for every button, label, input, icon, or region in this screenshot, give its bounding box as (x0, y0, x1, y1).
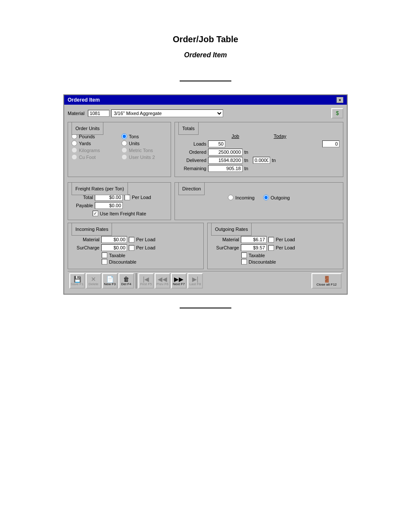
delete-button[interactable]: ✕ Delete (86, 273, 101, 289)
toolbar-sep-1 (136, 273, 137, 289)
save-label: Save F1 (71, 283, 84, 286)
totals-remaining-row: Remaining tn (178, 165, 339, 172)
top-separator (180, 81, 231, 81)
use-item-row: Use Item Freight Rate (72, 211, 167, 216)
direction-incoming-radio[interactable] (228, 195, 234, 200)
totals-header: Job Today (178, 134, 339, 139)
new-button[interactable]: 📄 New F3 (102, 273, 118, 289)
incoming-material-label: Material (72, 237, 100, 242)
incoming-surcharge-row: SurCharge Per Load (72, 244, 200, 251)
incoming-taxable-row: Taxable (102, 252, 200, 258)
use-item-checkbox[interactable] (93, 211, 98, 216)
next-icon: ▶▶ (174, 276, 184, 283)
outgoing-discountable-row: Discountable (241, 259, 339, 264)
order-totals-row: Order Units Pounds Tons (68, 122, 343, 177)
outgoing-surcharge-per-load-checkbox[interactable] (268, 245, 274, 251)
outgoing-surcharge-row: SurCharge Per Load (211, 244, 339, 251)
radio-yards-label: Yards (79, 141, 91, 146)
freight-payable-label: Payable (72, 203, 93, 208)
freight-payable-input[interactable] (95, 202, 123, 209)
radio-metric-tons: Metric Tons (121, 147, 167, 153)
outgoing-legend: Outgoing Rates (211, 223, 252, 236)
material-name-select[interactable]: 3/16'' Mixed Aggregate (111, 109, 223, 117)
radio-tons-input[interactable] (121, 134, 127, 139)
dialog-titlebar: Ordered Item × (64, 95, 347, 105)
page-subtitle: Ordered Item (184, 51, 227, 59)
outgoing-taxable-checkbox[interactable] (241, 252, 247, 258)
radio-cu-foot: Cu Foot (72, 154, 117, 160)
outgoing-material-input[interactable] (241, 236, 267, 243)
radio-units-label: Units (129, 141, 140, 146)
radio-user-units-2-label: User Units 2 (129, 155, 155, 160)
outgoing-material-row: Material Per Load (211, 236, 339, 243)
totals-delivered-unit1: tn (244, 158, 251, 163)
incoming-legend: Incoming Rates (72, 223, 112, 236)
dialog-body: Material 3/16'' Mixed Aggregate $ Order … (64, 105, 347, 294)
freight-direction-row: Freight Rates (per Ton) Total Per Load P… (68, 180, 343, 220)
incoming-surcharge-input[interactable] (101, 244, 127, 251)
incoming-material-row: Material Per Load (72, 236, 200, 243)
totals-loads-job-input[interactable] (208, 140, 225, 147)
incoming-discountable-checkbox[interactable] (102, 259, 107, 264)
last-button[interactable]: ▶| Last F8 (187, 273, 203, 289)
first-icon: |◀ (143, 276, 149, 283)
totals-delivered-label: Delivered (178, 158, 206, 163)
incoming-surcharge-label: SurCharge (72, 245, 100, 250)
incoming-material-per-load-label: Per Load (136, 237, 156, 242)
radio-kilograms: Kilograms (72, 147, 117, 153)
direction-outgoing-label: Outgoing (271, 195, 290, 200)
direction-outgoing: Outgoing (263, 195, 290, 200)
toolbar: 💾 Save F1 ✕ Delete 📄 New F3 🗑 Del F4 (68, 271, 343, 290)
del-label: Del F4 (121, 283, 131, 286)
incoming-material-input[interactable] (101, 236, 127, 243)
use-item-label: Use Item Freight Rate (100, 211, 146, 216)
close-label: Close alt F12 (316, 283, 336, 286)
save-button[interactable]: 💾 Save F1 (69, 273, 85, 289)
save-icon: 💾 (74, 276, 81, 283)
outgoing-material-label: Material (211, 237, 239, 242)
incoming-surcharge-per-load-label: Per Load (136, 245, 156, 250)
incoming-material-per-load-checkbox[interactable] (129, 237, 134, 243)
dialog-close-button[interactable]: × (336, 97, 343, 103)
prev-button[interactable]: ◀◀ Prev F6 (155, 273, 170, 289)
radio-yards-input[interactable] (72, 140, 77, 146)
direction-outgoing-radio[interactable] (263, 195, 269, 200)
close-icon: 🚪 (323, 276, 330, 283)
totals-delivered-today-input[interactable] (253, 157, 270, 164)
totals-delivered-job-input[interactable] (208, 157, 243, 164)
incoming-discountable-row: Discountable (102, 259, 200, 264)
first-button[interactable]: |◀ First F5 (138, 273, 154, 289)
radio-yards: Yards (72, 140, 117, 146)
next-button[interactable]: ▶▶ Next F7 (171, 273, 187, 289)
radio-units-input[interactable] (121, 140, 127, 146)
totals-remaining-input[interactable] (208, 165, 243, 172)
close-button[interactable]: 🚪 Close alt F12 (311, 273, 342, 289)
outgoing-material-per-load-checkbox[interactable] (268, 237, 274, 243)
del-button[interactable]: 🗑 Del F4 (118, 273, 134, 289)
radio-kilograms-input (72, 147, 77, 153)
direction-incoming: Incoming (228, 195, 255, 200)
page-container: Order/Job Table Ordered Item Ordered Ite… (0, 0, 411, 532)
incoming-taxable-checkbox[interactable] (102, 252, 107, 258)
totals-ordered-input[interactable] (208, 149, 243, 156)
radio-metric-tons-label: Metric Tons (129, 148, 153, 153)
outgoing-taxable-label: Taxable (249, 253, 265, 258)
page-title: Order/Job Table (173, 34, 238, 44)
material-icon[interactable]: $ (331, 108, 343, 118)
outgoing-surcharge-per-load-label: Per Load (276, 245, 295, 250)
new-label: New F3 (104, 283, 116, 286)
radio-cu-foot-label: Cu Foot (79, 155, 96, 160)
radio-units: Units (121, 140, 167, 146)
next-label: Next F7 (173, 283, 185, 286)
incoming-surcharge-per-load-checkbox[interactable] (129, 245, 134, 251)
totals-loads-today-input[interactable] (322, 140, 339, 147)
dialog-title: Ordered Item (68, 97, 100, 103)
material-id-input[interactable] (88, 110, 109, 117)
outgoing-discountable-checkbox[interactable] (241, 259, 247, 264)
outgoing-surcharge-input[interactable] (241, 244, 267, 251)
incoming-taxable-label: Taxable (109, 253, 125, 258)
direction-legend: Direction (178, 182, 205, 195)
totals-delivered-row: Delivered tn tn (178, 157, 339, 164)
freight-total-per-load-checkbox[interactable] (125, 195, 130, 200)
totals-ordered-row: Ordered tn (178, 149, 339, 156)
